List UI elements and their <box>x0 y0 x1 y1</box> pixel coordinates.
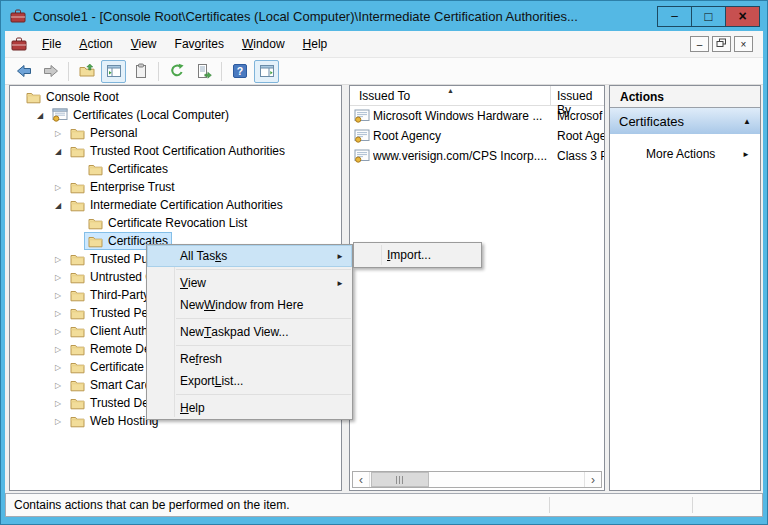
console-menu-icon[interactable] <box>11 36 27 52</box>
tree-expander-icon[interactable]: ◢ <box>50 201 66 210</box>
tree-expander-icon[interactable]: ▷ <box>50 399 66 408</box>
tree-expander-icon[interactable]: ▷ <box>50 183 66 192</box>
refresh-button[interactable] <box>164 60 189 83</box>
menu-item-label: Re <box>180 352 195 366</box>
tree-item[interactable]: Untrusted C <box>66 268 158 286</box>
help-button[interactable]: ? <box>227 60 252 83</box>
tree-row: Certificates <box>10 160 341 178</box>
menu-item-new-taskpad-view[interactable]: New Taskpad View... <box>147 321 352 343</box>
column-divider[interactable] <box>550 86 551 106</box>
sort-ascending-icon: ▲ <box>447 87 454 94</box>
scroll-right-button[interactable]: › <box>584 472 601 487</box>
menu-help[interactable]: Help <box>294 33 337 55</box>
scroll-left-button[interactable]: ‹ <box>353 472 370 487</box>
tree-expander-icon[interactable]: ▷ <box>50 309 66 318</box>
tree-item[interactable]: Certificates <box>84 160 172 178</box>
column-header-issued-to[interactable]: Issued To <box>359 89 410 103</box>
certificate-row[interactable]: www.verisign.com/CPS Incorp....Class 3 P… <box>350 146 604 166</box>
mdi-restore-button[interactable] <box>712 36 731 52</box>
certificate-row[interactable]: Root AgencyRoot Age <box>350 126 604 146</box>
menu-item-label: New <box>180 298 204 312</box>
tree-item[interactable]: Trusted Peo <box>66 304 159 322</box>
menu-item-new-window-from-here[interactable]: New Window from Here <box>147 294 352 316</box>
menu-item-label: askpad View... <box>211 325 288 339</box>
tree-expander-icon[interactable]: ▷ <box>50 327 66 336</box>
menu-window[interactable]: Window <box>233 33 294 55</box>
menu-item-refresh[interactable]: Refresh <box>147 348 352 370</box>
toolbar-separator <box>158 62 159 81</box>
tree-item[interactable]: Personal <box>66 124 141 142</box>
maximize-button[interactable]: □ <box>691 6 726 27</box>
minimize-button[interactable]: – <box>657 6 692 27</box>
tree-item[interactable]: Certificate Revocation List <box>84 214 251 232</box>
up-one-level-button[interactable] <box>74 60 99 83</box>
thumb-grip-icon <box>396 476 404 484</box>
tree-item[interactable]: Trusted Dev <box>66 394 159 412</box>
menu-file[interactable]: File <box>33 33 70 55</box>
menu-item-label: mport... <box>390 248 431 262</box>
tree-expander-icon[interactable]: ▷ <box>50 291 66 300</box>
tree-item[interactable]: Trusted Root Certification Authorities <box>66 142 289 160</box>
issued-to-cell: www.verisign.com/CPS Incorp.... <box>373 149 548 163</box>
horizontal-scrollbar[interactable]: ‹ › <box>352 471 602 488</box>
tree-expander-icon[interactable]: ▷ <box>50 273 66 282</box>
forward-button[interactable] <box>38 60 63 83</box>
actions-group-header[interactable]: Certificates ▲ <box>610 108 760 134</box>
issued-by-cell: Root Age <box>557 129 604 143</box>
mdi-restore-icon <box>716 38 727 50</box>
scrollbar-track[interactable] <box>370 472 584 487</box>
folder-icon <box>88 235 103 248</box>
tree-item[interactable]: Enterprise Trust <box>66 178 179 196</box>
tree-item-label: Console Root <box>46 90 119 104</box>
menu-favorites[interactable]: Favorites <box>166 33 233 55</box>
titlebar[interactable]: Console1 - [Console Root\Certificates (L… <box>1 1 767 31</box>
tree-item[interactable]: Console Root <box>22 88 123 106</box>
menu-view[interactable]: View <box>122 33 166 55</box>
toolbar: ? <box>5 58 763 85</box>
folder-icon <box>88 163 103 176</box>
folder-icon <box>70 415 85 428</box>
tree-item[interactable]: Certificates (Local Computer) <box>48 106 233 124</box>
certificate-row[interactable]: Microsoft Windows Hardware ...Microsof <box>350 106 604 126</box>
minimize-icon: – <box>671 9 678 23</box>
tree-item[interactable]: Trusted Pub <box>66 250 159 268</box>
close-button[interactable]: × <box>725 6 760 27</box>
scrollbar-thumb[interactable] <box>371 472 429 487</box>
issued-to-cell: Root Agency <box>373 129 548 143</box>
menu-item-view[interactable]: View► <box>147 272 352 294</box>
back-button[interactable] <box>11 60 36 83</box>
menu-item-export-list[interactable]: Export List... <box>147 370 352 392</box>
tree-expander-icon[interactable]: ▷ <box>50 417 66 426</box>
tree-item-label: Untrusted C <box>90 270 154 284</box>
tree-item[interactable]: Smart Card <box>66 376 155 394</box>
more-actions-item[interactable]: More Actions ► <box>610 143 760 165</box>
tree-expander-icon[interactable]: ▷ <box>50 381 66 390</box>
mdi-minimize-button[interactable]: – <box>690 36 709 52</box>
tree-item[interactable]: Client Authe <box>66 322 159 340</box>
menu-item-import[interactable]: Import... <box>354 244 481 266</box>
more-actions-label: More Actions <box>646 147 715 161</box>
list-header: Issued To ▲ Issued By <box>350 86 604 106</box>
menu-item-all-tasks[interactable]: All Tasks► <box>147 245 352 267</box>
tree-item[interactable]: Intermediate Certification Authorities <box>66 196 287 214</box>
tree-expander-icon[interactable]: ▷ <box>50 255 66 264</box>
mdi-close-button[interactable]: × <box>734 36 753 52</box>
collapse-group-icon[interactable]: ▲ <box>743 117 751 126</box>
certificate-icon <box>354 149 370 166</box>
tree-item-label: Client Authe <box>90 324 155 338</box>
tree-expander-icon[interactable]: ◢ <box>32 111 48 120</box>
menu-action[interactable]: Action <box>70 33 121 55</box>
tree-expander-icon[interactable]: ▷ <box>50 345 66 354</box>
export-list-button[interactable] <box>191 60 216 83</box>
tree-row: Certificate Revocation List <box>10 214 341 232</box>
issued-by-cell: Microsof <box>557 109 604 123</box>
tree-expander-icon[interactable]: ▷ <box>50 129 66 138</box>
paste-button[interactable] <box>128 60 153 83</box>
tree-expander-icon[interactable]: ▷ <box>50 363 66 372</box>
tree-item-label: Certificate Revocation List <box>108 216 247 230</box>
tree-expander-icon[interactable]: ◢ <box>50 147 66 156</box>
show-action-pane-button[interactable] <box>254 60 279 83</box>
tree-item[interactable]: Third-Party <box>66 286 153 304</box>
show-console-tree-button[interactable] <box>101 60 126 83</box>
menu-item-help[interactable]: Help <box>147 397 352 419</box>
